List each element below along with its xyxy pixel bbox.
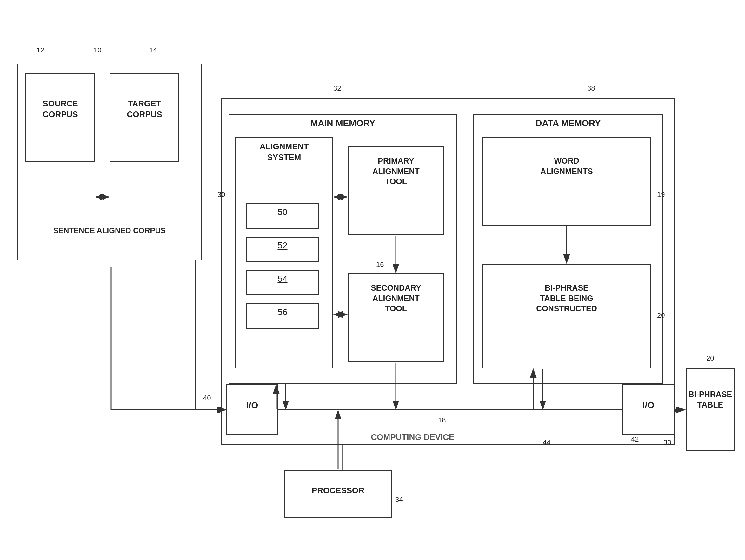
data-memory-label: DATA MEMORY [473,118,663,129]
ref-20-biphrase: 20 [706,354,714,363]
ref-12: 12 [36,46,44,54]
io-right-label: I/O [622,400,675,411]
ref-32: 32 [333,84,341,92]
ref-19: 19 [657,191,665,199]
primary-alignment-tool-label: PRIMARY ALIGNMENT TOOL [348,156,444,187]
label-56: 56 [246,307,319,317]
ref-14: 14 [149,46,157,54]
ref-44: 44 [543,438,550,446]
main-memory-label: MAIN MEMORY [229,118,457,129]
ref-10: 10 [94,46,101,54]
biphrase-table-box [686,369,735,451]
processor-label: PROCESSOR [284,485,392,496]
label-54: 54 [246,274,319,284]
ref-34: 34 [395,496,403,504]
io-left-label: I/O [226,400,279,411]
alignment-system-label: ALIGNMENT SYSTEM [235,142,333,163]
ref-38: 38 [587,84,595,92]
label-52: 52 [246,241,319,251]
biphrase-constructing-box [483,263,651,369]
biphrase-table-label: BI-PHRASE TABLE [684,389,737,410]
source-corpus-label: SOURCE CORPUS [25,98,95,120]
word-alignments-label: WORD ALIGNMENTS [483,156,651,176]
word-alignments-box [483,136,651,225]
ref-30: 30 [218,191,225,199]
biphrase-constructing-label: BI-PHRASE TABLE BEING CONSTRUCTED [483,283,651,314]
ref-16: 16 [376,260,384,269]
ref-18: 18 [438,416,446,424]
ref-40: 40 [203,394,211,402]
computing-device-label: COMPUTING DEVICE [349,432,476,443]
ref-33: 33 [663,438,671,446]
secondary-alignment-tool-label: SECONDARY ALIGNMENT TOOL [348,283,444,314]
label-50: 50 [246,207,319,217]
sentence-aligned-corpus-label: SENTENCE ALIGNED CORPUS [18,225,201,236]
ref-20-construct: 20 [657,311,665,319]
ref-42: 42 [631,435,639,443]
target-corpus-label: TARGET CORPUS [109,98,180,120]
